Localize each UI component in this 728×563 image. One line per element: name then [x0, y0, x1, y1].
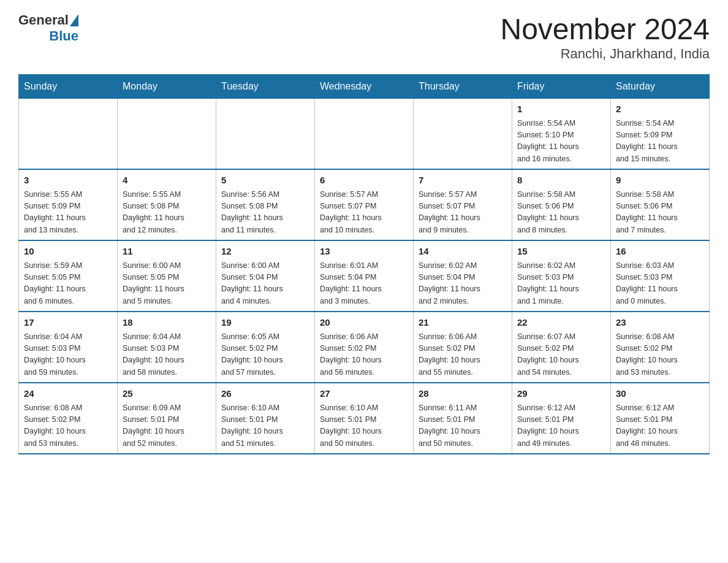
weekday-header-friday: Friday [512, 75, 611, 99]
day-number: 7 [419, 174, 507, 188]
day-info: Sunrise: 6:06 AMSunset: 5:02 PMDaylight:… [419, 331, 507, 379]
day-info: Sunrise: 5:56 AMSunset: 5:08 PMDaylight:… [221, 189, 309, 237]
day-cell: 28Sunrise: 6:11 AMSunset: 5:01 PMDayligh… [414, 383, 512, 454]
day-cell [19, 99, 118, 170]
day-info: Sunrise: 5:58 AMSunset: 5:06 PMDaylight:… [616, 189, 704, 237]
day-cell: 4Sunrise: 5:55 AMSunset: 5:08 PMDaylight… [118, 169, 216, 240]
weekday-header-thursday: Thursday [414, 75, 512, 99]
logo-triangle-icon [70, 14, 78, 26]
day-number: 5 [221, 174, 309, 188]
day-info: Sunrise: 6:07 AMSunset: 5:02 PMDaylight:… [517, 331, 605, 379]
day-cell [315, 99, 414, 170]
calendar-title: November 2024 [500, 12, 710, 46]
day-cell [118, 99, 216, 170]
day-number: 26 [221, 387, 309, 401]
week-row-3: 10Sunrise: 5:59 AMSunset: 5:05 PMDayligh… [19, 240, 710, 312]
title-block: November 2024 Ranchi, Jharkhand, India [500, 12, 710, 62]
day-info: Sunrise: 6:04 AMSunset: 5:03 PMDaylight:… [24, 331, 112, 379]
day-info: Sunrise: 6:08 AMSunset: 5:02 PMDaylight:… [616, 331, 704, 379]
day-info: Sunrise: 5:54 AMSunset: 5:10 PMDaylight:… [517, 118, 605, 166]
day-cell: 2Sunrise: 5:54 AMSunset: 5:09 PMDaylight… [611, 99, 710, 170]
day-cell: 19Sunrise: 6:05 AMSunset: 5:02 PMDayligh… [216, 312, 315, 383]
day-number: 8 [517, 174, 605, 188]
day-info: Sunrise: 6:01 AMSunset: 5:04 PMDaylight:… [320, 260, 408, 308]
day-number: 1 [517, 102, 605, 117]
day-cell: 9Sunrise: 5:58 AMSunset: 5:06 PMDaylight… [611, 169, 710, 240]
day-cell: 1Sunrise: 5:54 AMSunset: 5:10 PMDaylight… [512, 99, 611, 170]
week-row-1: 1Sunrise: 5:54 AMSunset: 5:10 PMDaylight… [19, 99, 710, 170]
day-cell: 18Sunrise: 6:04 AMSunset: 5:03 PMDayligh… [118, 312, 216, 383]
day-cell [414, 99, 512, 170]
calendar-table: SundayMondayTuesdayWednesdayThursdayFrid… [18, 74, 710, 454]
weekday-header-tuesday: Tuesday [216, 75, 315, 99]
day-info: Sunrise: 6:10 AMSunset: 5:01 PMDaylight:… [320, 402, 408, 450]
day-number: 22 [517, 316, 605, 330]
day-info: Sunrise: 6:00 AMSunset: 5:04 PMDaylight:… [221, 260, 309, 308]
day-number: 4 [123, 174, 211, 188]
day-cell: 7Sunrise: 5:57 AMSunset: 5:07 PMDaylight… [414, 169, 512, 240]
day-info: Sunrise: 5:55 AMSunset: 5:09 PMDaylight:… [24, 189, 112, 237]
day-cell: 16Sunrise: 6:03 AMSunset: 5:03 PMDayligh… [611, 240, 710, 312]
day-cell [216, 99, 315, 170]
day-info: Sunrise: 6:06 AMSunset: 5:02 PMDaylight:… [320, 331, 408, 379]
day-number: 6 [320, 174, 408, 188]
day-info: Sunrise: 5:55 AMSunset: 5:08 PMDaylight:… [123, 189, 211, 237]
day-info: Sunrise: 5:58 AMSunset: 5:06 PMDaylight:… [517, 189, 605, 237]
day-cell: 5Sunrise: 5:56 AMSunset: 5:08 PMDaylight… [216, 169, 315, 240]
day-number: 25 [123, 387, 211, 401]
day-cell: 6Sunrise: 5:57 AMSunset: 5:07 PMDaylight… [315, 169, 414, 240]
day-cell: 29Sunrise: 6:12 AMSunset: 5:01 PMDayligh… [512, 383, 611, 454]
day-number: 11 [123, 245, 211, 259]
logo-general-text: General [18, 12, 69, 28]
day-info: Sunrise: 6:00 AMSunset: 5:05 PMDaylight:… [123, 260, 211, 308]
weekday-header-monday: Monday [118, 75, 216, 99]
day-info: Sunrise: 6:11 AMSunset: 5:01 PMDaylight:… [419, 402, 507, 450]
weekday-header-sunday: Sunday [19, 75, 118, 99]
day-number: 23 [616, 316, 704, 330]
day-info: Sunrise: 6:12 AMSunset: 5:01 PMDaylight:… [616, 402, 704, 450]
day-number: 12 [221, 245, 309, 259]
day-number: 2 [616, 102, 704, 117]
day-cell: 13Sunrise: 6:01 AMSunset: 5:04 PMDayligh… [315, 240, 414, 312]
day-number: 3 [24, 174, 112, 188]
day-cell: 10Sunrise: 5:59 AMSunset: 5:05 PMDayligh… [19, 240, 118, 312]
day-number: 21 [419, 316, 507, 330]
day-cell: 20Sunrise: 6:06 AMSunset: 5:02 PMDayligh… [315, 312, 414, 383]
day-number: 29 [517, 387, 605, 401]
day-number: 28 [419, 387, 507, 401]
day-info: Sunrise: 5:54 AMSunset: 5:09 PMDaylight:… [616, 118, 704, 166]
page-header: General Blue November 2024 Ranchi, Jhark… [18, 12, 710, 62]
day-cell: 27Sunrise: 6:10 AMSunset: 5:01 PMDayligh… [315, 383, 414, 454]
day-number: 10 [24, 245, 112, 259]
day-cell: 23Sunrise: 6:08 AMSunset: 5:02 PMDayligh… [611, 312, 710, 383]
day-info: Sunrise: 6:03 AMSunset: 5:03 PMDaylight:… [616, 260, 704, 308]
day-number: 14 [419, 245, 507, 259]
day-info: Sunrise: 5:59 AMSunset: 5:05 PMDaylight:… [24, 260, 112, 308]
day-number: 18 [123, 316, 211, 330]
day-number: 13 [320, 245, 408, 259]
day-cell: 14Sunrise: 6:02 AMSunset: 5:04 PMDayligh… [414, 240, 512, 312]
weekday-header-saturday: Saturday [611, 75, 710, 99]
day-cell: 22Sunrise: 6:07 AMSunset: 5:02 PMDayligh… [512, 312, 611, 383]
weekday-header-row: SundayMondayTuesdayWednesdayThursdayFrid… [19, 75, 710, 99]
day-number: 9 [616, 174, 704, 188]
calendar-subtitle: Ranchi, Jharkhand, India [500, 46, 710, 62]
weekday-header-wednesday: Wednesday [315, 75, 414, 99]
day-cell: 8Sunrise: 5:58 AMSunset: 5:06 PMDaylight… [512, 169, 611, 240]
day-info: Sunrise: 6:09 AMSunset: 5:01 PMDaylight:… [123, 402, 211, 450]
day-cell: 17Sunrise: 6:04 AMSunset: 5:03 PMDayligh… [19, 312, 118, 383]
week-row-5: 24Sunrise: 6:08 AMSunset: 5:02 PMDayligh… [19, 383, 710, 454]
week-row-4: 17Sunrise: 6:04 AMSunset: 5:03 PMDayligh… [19, 312, 710, 383]
day-cell: 12Sunrise: 6:00 AMSunset: 5:04 PMDayligh… [216, 240, 315, 312]
week-row-2: 3Sunrise: 5:55 AMSunset: 5:09 PMDaylight… [19, 169, 710, 240]
logo: General Blue [18, 12, 78, 44]
day-number: 19 [221, 316, 309, 330]
day-cell: 26Sunrise: 6:10 AMSunset: 5:01 PMDayligh… [216, 383, 315, 454]
logo-blue-text: Blue [49, 28, 78, 44]
day-info: Sunrise: 6:05 AMSunset: 5:02 PMDaylight:… [221, 331, 309, 379]
day-cell: 3Sunrise: 5:55 AMSunset: 5:09 PMDaylight… [19, 169, 118, 240]
day-info: Sunrise: 5:57 AMSunset: 5:07 PMDaylight:… [320, 189, 408, 237]
day-cell: 30Sunrise: 6:12 AMSunset: 5:01 PMDayligh… [611, 383, 710, 454]
day-number: 17 [24, 316, 112, 330]
day-info: Sunrise: 6:02 AMSunset: 5:04 PMDaylight:… [419, 260, 507, 308]
